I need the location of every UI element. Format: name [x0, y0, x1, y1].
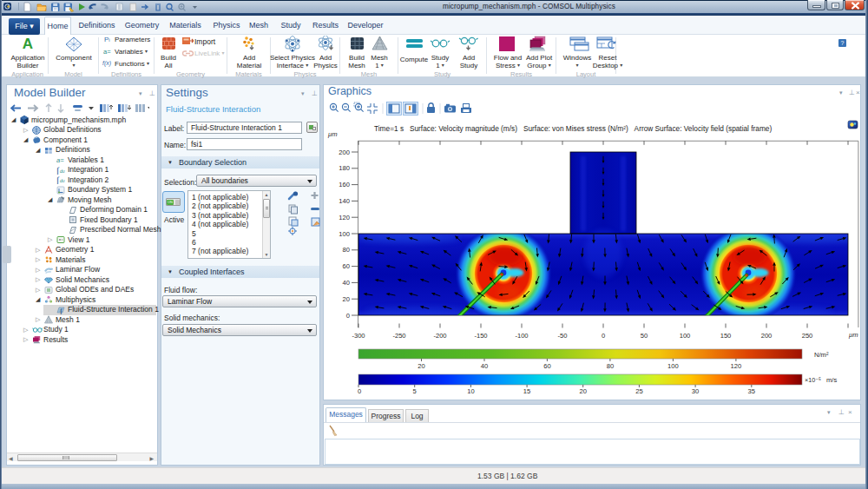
svg-text:-250: -250: [392, 332, 405, 340]
svg-text:25: 25: [635, 387, 642, 395]
svg-text:100: 100: [680, 332, 691, 340]
svg-text:-50: -50: [558, 332, 568, 340]
svg-text:100: 100: [667, 362, 679, 370]
svg-text:0: 0: [602, 332, 605, 340]
svg-text:80: 80: [343, 246, 350, 254]
svg-text:160: 160: [339, 181, 350, 188]
svg-text:a=: a=: [56, 156, 64, 164]
svg-text:40: 40: [481, 362, 488, 370]
svg-text:100: 100: [339, 230, 350, 238]
svg-text:80: 80: [607, 362, 614, 370]
svg-text:N/m²: N/m²: [814, 351, 829, 359]
svg-text:60: 60: [343, 262, 350, 270]
svg-text:10: 10: [467, 387, 474, 395]
svg-text:×10⁻⁵: ×10⁻⁵: [805, 376, 821, 384]
svg-text:150: 150: [720, 332, 732, 340]
svg-text:20: 20: [579, 387, 586, 395]
svg-text:μm: μm: [848, 331, 858, 339]
svg-text:120: 120: [731, 362, 742, 370]
svg-text:200: 200: [339, 149, 350, 156]
svg-text:Time=1 s Surface: Velocity m: Time=1 s Surface: Velocity magnitude (m/…: [374, 124, 772, 133]
svg-text:40: 40: [343, 279, 350, 287]
svg-text:20: 20: [418, 362, 424, 370]
svg-text:250: 250: [802, 332, 813, 340]
svg-text:5: 5: [413, 387, 417, 395]
svg-text:du: du: [60, 169, 65, 174]
svg-text:-150: -150: [474, 332, 487, 340]
svg-text:30: 30: [692, 387, 699, 395]
svg-text:0: 0: [358, 387, 361, 395]
svg-text:-300: -300: [352, 332, 365, 340]
svg-text:-200: -200: [433, 332, 446, 340]
svg-text:60: 60: [543, 362, 550, 370]
svg-text:35: 35: [748, 387, 755, 395]
svg-text:180: 180: [339, 164, 350, 172]
svg-text:20: 20: [343, 295, 350, 303]
svg-text:50: 50: [641, 332, 648, 340]
svg-text:140: 140: [339, 197, 350, 205]
svg-text:200: 200: [761, 332, 773, 340]
svg-text:m/s: m/s: [826, 376, 837, 384]
svg-text:15: 15: [523, 387, 530, 395]
svg-text:0: 0: [346, 312, 350, 320]
svg-text:μm: μm: [327, 130, 338, 138]
svg-text:-100: -100: [515, 332, 528, 340]
svg-text:120: 120: [339, 214, 350, 221]
svg-text:du: du: [60, 178, 65, 183]
